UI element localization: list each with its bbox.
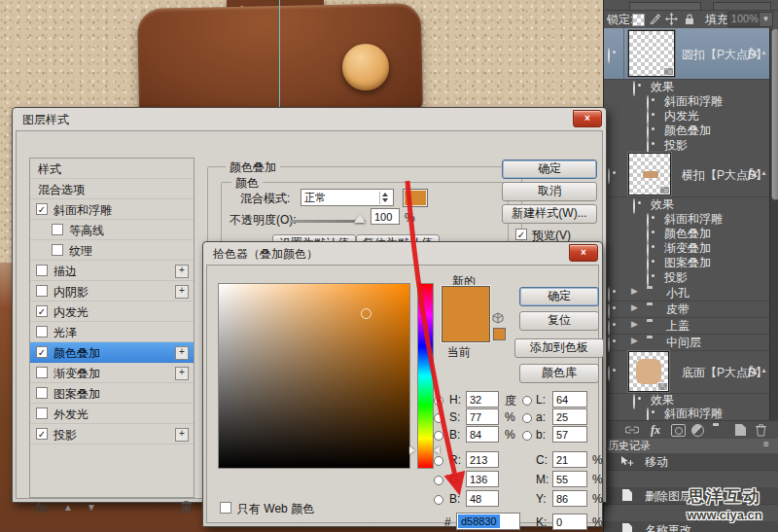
lab-l-field[interactable]: 64 [552,391,587,408]
dropdown-spinner-icon[interactable] [379,192,391,204]
add-layer-style-icon[interactable]: fx [651,423,660,438]
layer-thumbnail[interactable] [628,351,669,392]
effect-item[interactable]: 渐变叠加 [604,240,769,255]
link-layers-icon[interactable] [625,425,639,435]
hue-slider-left-arrow-icon[interactable] [409,446,415,454]
opacity-slider-thumb[interactable] [354,214,366,223]
red-radio[interactable] [434,456,443,466]
effects-row[interactable]: 效果 [604,79,769,93]
scrollbar-thumb[interactable] [771,28,778,200]
style-item-outer-glow[interactable]: 外发光 [30,404,194,424]
expand-triangle-icon[interactable]: ▶ [631,336,638,345]
move-style-down-icon[interactable]: ▼ [87,502,96,513]
layer-thumbnail[interactable] [628,30,675,77]
close-icon[interactable]: × [573,110,602,127]
effects-row[interactable]: 效果 [604,196,769,211]
new-style-button[interactable]: 新建样式(W)... [502,204,597,224]
checkbox-checked[interactable]: ✓ [36,203,48,215]
style-item-contour[interactable]: 等高线 [30,220,194,240]
adjustment-layer-icon[interactable] [689,421,706,439]
group-name[interactable]: 小孔 [666,285,690,301]
group-name[interactable]: 中间层 [666,335,701,351]
effect-item[interactable]: 投影 [604,269,769,284]
saturation-radio[interactable] [434,413,443,423]
layer-fx-icon[interactable]: fx [748,364,758,378]
add-to-swatches-button[interactable]: 添加到色板 [514,338,604,358]
color-libraries-button[interactable]: 颜色库 [519,364,599,383]
close-icon[interactable]: × [569,244,598,262]
layer-row-horizontal-buckle[interactable]: 横扣【P大点S】 fx ▲ [604,152,769,197]
color-field-marker[interactable] [361,308,371,319]
style-item-color-overlay[interactable]: ✓颜色叠加+ [30,342,194,363]
checkbox-unchecked[interactable] [36,387,48,399]
style-item-satin[interactable]: 光泽 [30,322,194,342]
collapse-effects-icon[interactable]: ▲ [760,49,767,55]
delete-layer-trash-icon[interactable] [755,423,767,437]
history-item-rename[interactable]: 名称更改 [604,521,778,532]
effect-item[interactable]: 颜色叠加 [604,226,769,240]
add-instance-icon[interactable]: + [175,367,189,380]
brightness-field[interactable]: 84 [466,426,499,443]
fx-menu-icon[interactable]: fx, [36,501,50,514]
effect-item[interactable]: 斜面和浮雕 [604,93,769,108]
web-safe-cube-icon[interactable] [492,312,504,324]
lab-b-field[interactable]: 57 [552,426,587,443]
history-tab[interactable]: 历史记录 [608,439,651,453]
effect-item[interactable]: 投影 [604,137,769,152]
web-safe-color-swatch[interactable] [493,328,506,340]
checkbox-unchecked[interactable] [36,367,48,378]
group-row-middle-layer[interactable]: ▶ 中间层 [604,334,769,351]
effect-item[interactable]: 内发光 [604,108,769,123]
group-name[interactable]: 皮带 [666,301,690,318]
lab-a-field[interactable]: 25 [552,408,587,425]
web-colors-only-checkbox[interactable] [220,502,231,514]
layers-scrollbar[interactable] [769,28,778,420]
style-item-styles[interactable]: 样式 [30,159,194,179]
visibility-eye-icon[interactable] [608,168,610,184]
lock-paint-brush-icon[interactable] [649,13,661,25]
style-item-inner-glow[interactable]: ✓内发光 [30,301,194,322]
checkbox-checked[interactable]: ✓ [36,305,48,317]
add-instance-icon[interactable]: + [175,265,189,278]
layer-thumbnail[interactable] [628,153,671,195]
effects-row[interactable]: 效果 [604,393,769,407]
saturation-brightness-field[interactable] [218,283,410,469]
lab-l-radio[interactable] [522,396,532,406]
hue-slider[interactable] [417,283,434,469]
black-field[interactable]: 0 [552,514,587,530]
green-radio[interactable] [434,476,443,485]
add-instance-icon[interactable]: + [175,346,189,360]
group-row-belt[interactable]: ▶ 皮带 [604,301,769,318]
checkbox-unchecked[interactable] [36,408,48,419]
visibility-eye-icon[interactable] [608,48,610,63]
delete-style-trash-icon[interactable] [180,500,193,514]
expand-triangle-icon[interactable]: ▶ [631,319,638,329]
blue-radio[interactable] [434,495,443,505]
lab-a-radio[interactable] [522,413,532,423]
ok-button[interactable]: 确定 [502,160,597,179]
collapse-effects-icon[interactable]: ▲ [760,367,767,373]
checkbox-checked[interactable]: ✓ [36,346,48,358]
style-item-gradient-overlay[interactable]: 渐变叠加+ [30,363,194,383]
checkbox-unchecked[interactable] [36,326,48,337]
lock-position-move-icon[interactable] [665,13,678,25]
cyan-field[interactable]: 21 [552,451,587,468]
effect-item[interactable]: 颜色叠加 [604,123,769,137]
magenta-field[interactable]: 55 [552,471,587,487]
picker-reset-button[interactable]: 复位 [519,311,599,331]
style-item-stroke[interactable]: 描边+ [30,261,194,281]
red-field[interactable]: 213 [466,451,499,468]
fill-dropdown-icon[interactable]: ▼ [759,12,773,27]
effect-item[interactable]: 斜面和浮雕 [604,407,769,420]
style-item-texture[interactable]: 纹理 [30,240,194,261]
style-item-inner-shadow[interactable]: 内阴影+ [30,281,194,301]
add-instance-icon[interactable]: + [175,428,189,442]
overlay-color-swatch[interactable] [403,189,428,207]
effect-item[interactable]: 图案叠加 [604,255,769,269]
green-field[interactable]: 136 [466,471,499,487]
checkbox-unchecked[interactable] [36,285,48,297]
style-item-drop-shadow[interactable]: ✓投影+ [30,424,194,444]
group-name[interactable]: 上盖 [666,318,690,335]
style-item-bevel-emboss[interactable]: ✓斜面和浮雕 [30,199,194,220]
lock-transparency-icon[interactable] [632,14,645,26]
